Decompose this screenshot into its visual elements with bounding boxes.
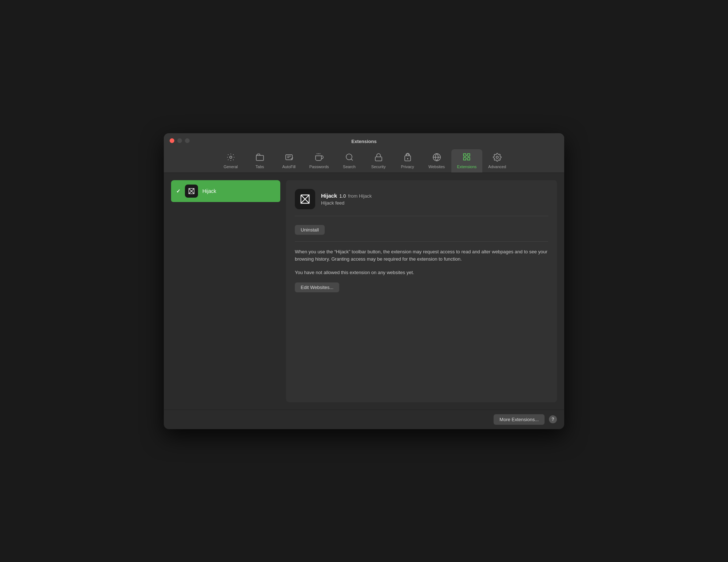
extension-large-icon <box>295 189 315 209</box>
extension-subtitle: Hijack feed <box>321 200 548 206</box>
description-text-1: When you use the “Hijack” toolbar button… <box>295 248 548 264</box>
extension-small-icon <box>185 185 198 198</box>
tab-security[interactable]: Security <box>364 150 393 173</box>
tab-advanced[interactable]: Advanced <box>482 150 512 173</box>
footer: More Extensions... ? <box>164 409 564 429</box>
tab-search[interactable]: Search <box>335 150 364 173</box>
toolbar: General Tabs <box>216 148 512 173</box>
tab-general-label: General <box>223 165 238 169</box>
edit-websites-button[interactable]: Edit Websites... <box>295 282 339 292</box>
tab-extensions[interactable]: Extensions <box>451 149 483 173</box>
extension-from: from Hijack <box>348 193 372 199</box>
privacy-icon <box>403 153 412 163</box>
help-button[interactable]: ? <box>549 415 557 423</box>
svg-rect-8 <box>375 157 382 161</box>
uninstall-button[interactable]: Uninstall <box>295 225 325 235</box>
main-content: ✓ Hijack <box>164 173 564 409</box>
passwords-icon <box>315 153 324 163</box>
sidebar-extension-name: Hijack <box>202 188 216 194</box>
tab-passwords[interactable]: Passwords <box>304 150 335 173</box>
tab-general[interactable]: General <box>216 150 245 173</box>
tab-security-label: Security <box>371 165 386 169</box>
tab-advanced-label: Advanced <box>488 165 506 169</box>
sidebar-item-hijack[interactable]: ✓ Hijack <box>171 180 280 202</box>
svg-point-6 <box>346 154 352 160</box>
extensions-icon <box>462 152 471 163</box>
tab-tabs-label: Tabs <box>256 165 264 169</box>
window-title: Extensions <box>170 139 558 144</box>
security-icon <box>374 153 383 163</box>
svg-line-7 <box>351 159 352 160</box>
extension-version: 1.0 <box>339 193 346 199</box>
autofill-icon <box>285 153 293 163</box>
search-icon <box>345 153 354 163</box>
websites-icon <box>432 153 441 163</box>
more-extensions-button[interactable]: More Extensions... <box>494 414 545 425</box>
tab-websites-label: Websites <box>428 165 445 169</box>
extension-actions: Uninstall <box>295 216 548 242</box>
titlebar: Extensions General <box>164 133 564 173</box>
general-icon <box>226 153 235 163</box>
tab-search-label: Search <box>343 165 356 169</box>
extension-name: Hijack <box>321 193 337 199</box>
tab-privacy-label: Privacy <box>401 165 414 169</box>
tab-websites[interactable]: Websites <box>422 150 451 173</box>
tab-privacy[interactable]: Privacy <box>393 150 422 173</box>
tabs-icon <box>256 153 264 163</box>
tab-passwords-label: Passwords <box>309 165 329 169</box>
extension-info: Hijack 1.0 from Hijack Hijack feed <box>321 193 548 206</box>
extension-title-row: Hijack 1.0 from Hijack <box>321 193 548 199</box>
check-icon: ✓ <box>176 188 181 194</box>
advanced-icon <box>493 153 502 163</box>
preferences-window: Extensions General <box>164 133 564 429</box>
extension-header: Hijack 1.0 from Hijack Hijack feed <box>295 189 548 216</box>
extension-detail-panel: Hijack 1.0 from Hijack Hijack feed Unins… <box>286 180 557 402</box>
tab-autofill[interactable]: AutoFill <box>274 150 304 173</box>
description-text-2: You have not allowed this extension on a… <box>295 269 548 277</box>
svg-rect-1 <box>256 155 264 161</box>
tab-autofill-label: AutoFill <box>282 165 296 169</box>
svg-point-11 <box>496 156 498 158</box>
tab-tabs[interactable]: Tabs <box>245 150 274 173</box>
tab-extensions-label: Extensions <box>457 165 477 169</box>
sidebar: ✓ Hijack <box>171 180 280 402</box>
extension-description: When you use the “Hijack” toolbar button… <box>295 242 548 393</box>
svg-point-0 <box>230 156 232 158</box>
